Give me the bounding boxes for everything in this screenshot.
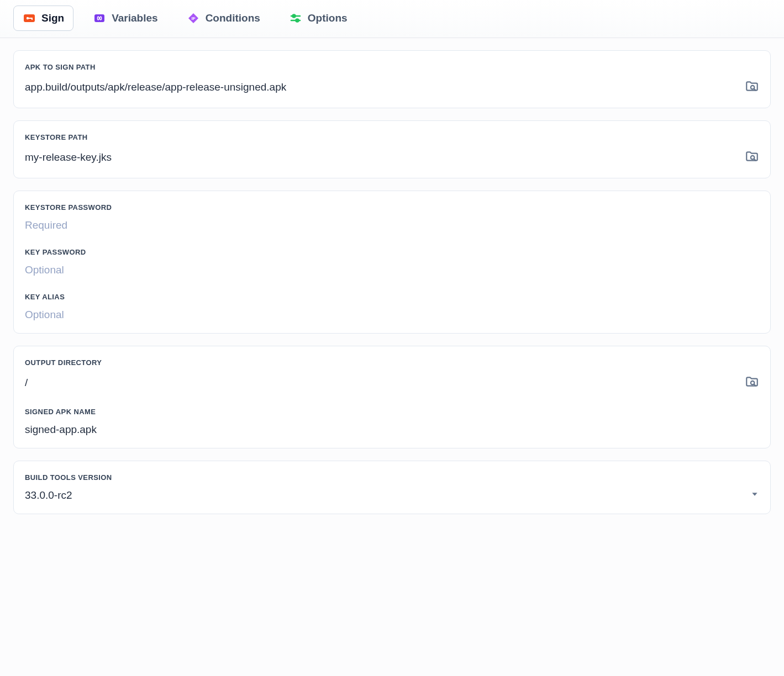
card-output: OUTPUT DIRECTORY SIGNED APK NAME [13,346,771,448]
apk-path-input[interactable] [25,81,738,93]
variables-icon [93,12,106,25]
key-alias-label: KEY ALIAS [25,293,759,301]
build-tools-version-value: 33.0.0-rc2 [25,489,72,501]
tab-label: Variables [112,12,157,24]
tab-options[interactable]: Options [280,6,357,31]
keystore-path-input[interactable] [25,151,738,163]
tab-label: Sign [41,12,64,24]
output-directory-label: OUTPUT DIRECTORY [25,358,759,367]
tab-label: Conditions [206,12,260,24]
tab-sign[interactable]: Sign [13,6,73,31]
browse-folder-icon[interactable] [745,149,759,166]
card-build-tools: BUILD TOOLS VERSION 33.0.0-rc2 [13,461,771,514]
keystore-password-input[interactable] [25,219,759,231]
keystore-path-label: KEYSTORE PATH [25,133,759,141]
tab-label: Options [308,12,348,24]
card-apk-path: APK TO SIGN PATH [13,50,771,108]
build-tools-version-label: BUILD TOOLS VERSION [25,473,759,482]
card-keystore-path: KEYSTORE PATH [13,120,771,178]
signed-apk-name-input[interactable] [25,424,759,436]
key-alias-input[interactable] [25,309,759,321]
conditions-icon: IF [187,12,200,25]
card-credentials: KEYSTORE PASSWORD KEY PASSWORD KEY ALIAS [13,191,771,334]
chevron-down-icon [750,490,759,501]
svg-text:IF: IF [191,16,195,21]
svg-rect-3 [31,18,33,20]
output-directory-input[interactable] [25,377,738,389]
tab-bar: Sign Variables IF Conditions [0,0,784,38]
keystore-password-label: KEYSTORE PASSWORD [25,203,759,212]
browse-folder-icon[interactable] [745,374,759,391]
svg-point-9 [296,19,298,22]
key-password-label: KEY PASSWORD [25,248,759,256]
tab-variables[interactable]: Variables [83,6,167,31]
signed-apk-name-label: SIGNED APK NAME [25,408,759,416]
options-icon [289,12,302,25]
key-icon [23,12,36,25]
key-password-input[interactable] [25,264,759,276]
tab-conditions[interactable]: IF Conditions [177,6,270,31]
svg-point-8 [292,15,295,18]
svg-point-1 [27,17,29,19]
browse-folder-icon[interactable] [745,79,759,96]
build-tools-version-select[interactable]: 33.0.0-rc2 [25,489,759,501]
apk-path-label: APK TO SIGN PATH [25,63,759,71]
